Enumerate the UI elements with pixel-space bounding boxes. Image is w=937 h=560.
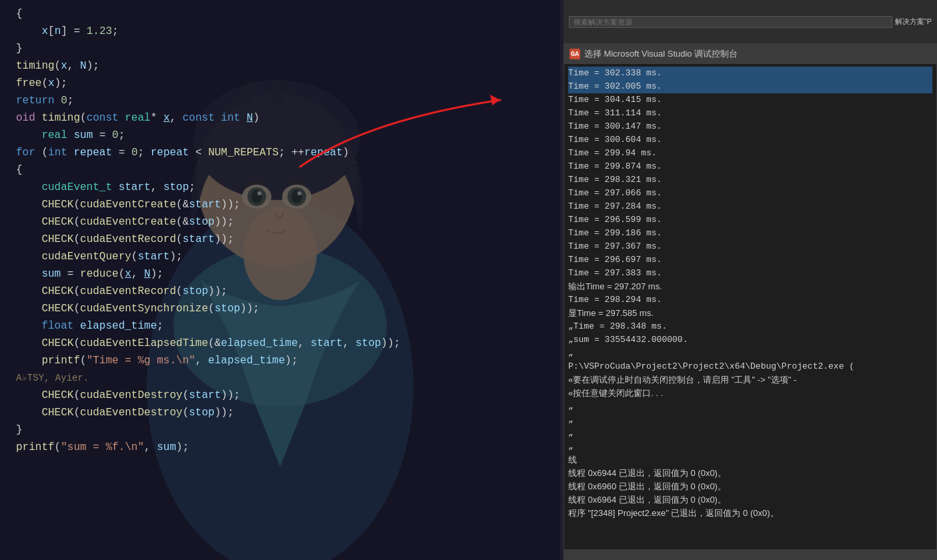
code-panel: { x[n] = 1.23; } timing(x, N); free(x); … [0,0,560,560]
debug-line: Time = 300.147 ms. [568,120,932,133]
debug-title-icon: GA [570,49,580,59]
debug-line: Time = 302.005 ms. [568,80,932,93]
debug-line: 输出Time = 297.207 ms. [568,280,932,293]
code-line: float elapsed_time; [0,317,560,335]
code-line: CHECK(cudaEventDestroy(stop)); [0,404,560,421]
search-input[interactable] [569,16,892,28]
code-line: return 0; [0,92,560,109]
code-line: CHECK(cudaEventSynchronize(stop)); [0,300,560,317]
code-line: timing(x, N); [0,57,560,75]
debug-line: „ [568,347,932,360]
debug-line: Time = 297.066 ms. [568,187,932,200]
code-content: { x[n] = 1.23; } timing(x, N); free(x); … [0,0,560,560]
debug-line: 线 [568,453,932,467]
code-line: x[n] = 1.23; [0,23,560,40]
code-line: { [0,161,560,179]
debug-line: Time = 298.321 ms. [568,173,932,187]
code-line: } [0,40,560,57]
debug-line: Time = 302.338 ms. [568,67,932,80]
debug-line: Time = 299.874 ms. [568,160,932,173]
code-line: } [0,421,560,439]
debug-line: «按任意键关闭此窗口. . . [568,387,932,400]
code-line: free(x); [0,75,560,92]
code-line: cudaEvent_t start, stop; [0,179,560,196]
debug-line: Time = 300.604 ms. [568,133,932,147]
debug-line: „sum = 33554432.000000. [568,333,932,347]
debug-titlebar: GA 选择 Microsoft Visual Studio 调试控制台 [564,44,936,64]
code-line: CHECK(cudaEventRecord(stop)); [0,283,560,300]
scrollbar-bottom[interactable] [564,549,937,560]
code-line-reduce: sum = reduce(x, N); [0,265,560,283]
debug-line: „ [568,400,932,413]
debug-line: Time = 297.383 ms. [568,267,932,280]
debug-line: «要在调试停止时自动关闭控制台，请启用 "工具" -> "选项" - [568,373,932,387]
debug-line: Time = 299.186 ms. [568,227,932,240]
code-line: CHECK(cudaEventCreate(&start)); [0,196,560,213]
code-line: oid timing(const real* x, const int N) [0,109,560,127]
code-line: CHECK(cudaEventDestroy(start)); [0,387,560,404]
debug-line: „ [568,427,932,440]
debug-line: 显Time = 297.585 ms. [568,307,932,320]
debug-line: Time = 311.114 ms. [568,107,932,120]
debug-line: Time = 304.415 ms. [568,93,932,107]
code-line: printf("Time = %g ms.\n", elapsed_time); [0,352,560,369]
debug-line: 线程 0x6960 已退出，返回值为 0 (0x0)。 [568,480,932,493]
debug-line: 线程 0x6944 已退出，返回值为 0 (0x0)。 [568,467,932,480]
debug-line: 线程 0x6964 已退出，返回值为 0 (0x0)。 [568,493,932,507]
code-line: real sum = 0; [0,127,560,144]
debug-line: „ [568,440,932,453]
code-line: cudaEventQuery(start); [0,248,560,265]
debug-line: 程序 "[2348] Project2.exe" 已退出，返回值为 0 (0x0… [568,507,932,520]
debug-line: „ [568,413,932,427]
debug-line: Time = 296.599 ms. [568,213,932,227]
debug-line: „Time = 298.348 ms. [568,320,932,333]
debug-line: Time = 299.94 ms. [568,147,932,160]
debug-line: Time = 297.367 ms. [568,240,932,253]
code-line: printf("sum = %f.\n", sum); [0,439,560,456]
right-toolbar: 解决方案"P [564,0,937,43]
solution-label: 解决方案"P [895,17,932,27]
debug-content[interactable]: Time = 302.338 ms.Time = 302.005 ms.Time… [564,64,936,559]
debug-line: P:\VSProCuda\Project2\Project2\x64\Debug… [568,360,932,373]
code-line: for (int repeat = 0; repeat < NUM_REPEAT… [0,144,560,161]
debug-line: Time = 296.697 ms. [568,253,932,267]
code-line: CHECK(cudaEventRecord(start)); [0,231,560,248]
debug-line: Time = 298.294 ms. [568,293,932,307]
code-line: CHECK(cudaEventElapsedTime(&elapsed_time… [0,335,560,352]
code-line: A♭TSY, Ayier. [0,369,560,387]
code-line: CHECK(cudaEventCreate(&stop)); [0,213,560,231]
debug-line: Time = 297.284 ms. [568,200,932,213]
debug-title-text: 选择 Microsoft Visual Studio 调试控制台 [584,48,738,60]
debug-console-panel[interactable]: GA 选择 Microsoft Visual Studio 调试控制台 Time… [564,43,937,560]
code-line: { [0,5,560,23]
